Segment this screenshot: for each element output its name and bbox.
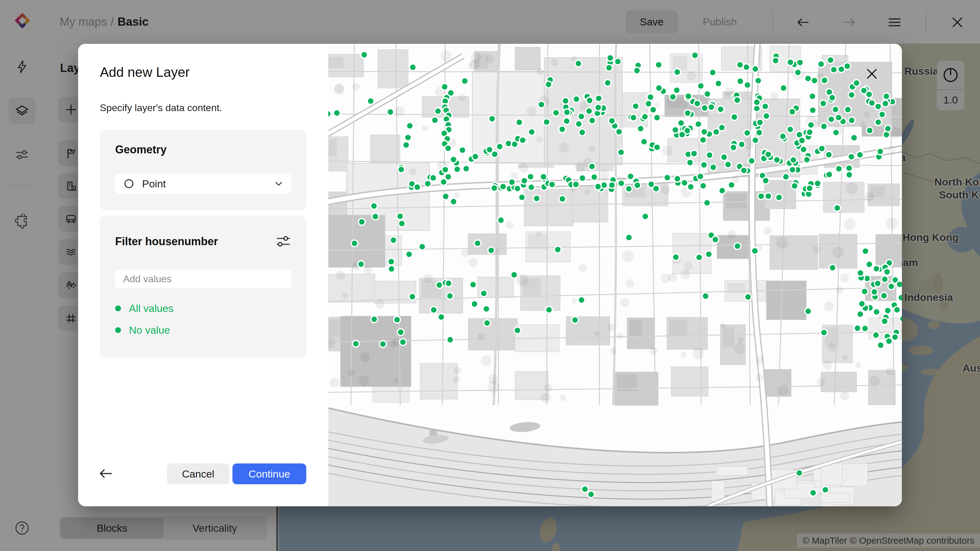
- filter-option-all-values[interactable]: All values: [115, 302, 173, 314]
- map-point: [586, 97, 593, 104]
- map-point: [780, 85, 787, 92]
- map-point: [700, 137, 706, 143]
- map-point: [656, 85, 662, 92]
- map-point: [484, 319, 490, 326]
- map-point: [394, 316, 401, 323]
- map-point: [540, 173, 547, 180]
- map-point: [821, 123, 827, 130]
- map-point: [351, 240, 358, 247]
- sidebar: [0, 44, 45, 551]
- map-point: [809, 93, 816, 100]
- map-label-australia: Australia: [963, 362, 980, 374]
- topbar-divider: [772, 11, 773, 32]
- map-point: [618, 149, 624, 156]
- layer-map-preview[interactable]: [328, 44, 902, 506]
- geometry-card: Geometry Point: [100, 130, 306, 210]
- map-point: [862, 248, 869, 254]
- filter-values-input[interactable]: [115, 270, 291, 288]
- map-point: [414, 184, 420, 191]
- map-point: [783, 173, 789, 180]
- map-point: [811, 77, 818, 84]
- maptiler-logo[interactable]: [10, 10, 34, 34]
- clock-bearing-icon: [943, 67, 959, 83]
- plus-icon: [64, 103, 78, 116]
- map-point: [776, 194, 783, 201]
- map-point: [885, 125, 891, 132]
- map-point: [898, 294, 902, 301]
- tune-icon[interactable]: [15, 148, 29, 162]
- cancel-button[interactable]: Cancel: [167, 464, 229, 484]
- undo-icon[interactable]: [796, 15, 810, 29]
- map-point: [738, 141, 745, 148]
- forest-icon: [64, 279, 78, 292]
- back-arrow-icon[interactable]: [98, 466, 114, 481]
- map-point: [627, 173, 634, 180]
- map-point: [701, 105, 708, 111]
- map-point: [787, 126, 794, 133]
- map-point: [361, 51, 368, 58]
- map-point: [404, 134, 411, 141]
- filter-tune-icon[interactable]: [275, 234, 291, 249]
- map-point: [755, 77, 762, 84]
- map-point: [857, 270, 864, 276]
- map-point: [397, 329, 404, 335]
- continue-button[interactable]: Continue: [232, 464, 306, 484]
- flag-icon: [64, 147, 78, 160]
- map-point: [835, 165, 842, 172]
- map-point: [704, 199, 711, 206]
- map-point: [398, 166, 404, 173]
- map-point: [888, 283, 895, 290]
- map-point: [634, 67, 640, 74]
- map-point: [862, 325, 869, 332]
- map-point: [882, 100, 889, 107]
- map-point: [874, 280, 881, 287]
- modal-close-icon[interactable]: [865, 67, 879, 81]
- map-point: [789, 108, 795, 115]
- map-zoom-control[interactable]: 1.0: [937, 60, 964, 111]
- map-point: [562, 97, 569, 104]
- green-dot-icon: [115, 305, 121, 311]
- panel-scrollbar[interactable]: [276, 503, 278, 551]
- map-point: [650, 106, 657, 113]
- map-point: [509, 179, 515, 186]
- map-point: [751, 248, 758, 254]
- map-point: [861, 288, 868, 295]
- publish-button[interactable]: Publish: [692, 10, 748, 33]
- map-point: [641, 138, 648, 145]
- map-point: [737, 78, 744, 84]
- tab-verticality[interactable]: Verticality: [164, 518, 266, 538]
- modal-form-panel: Add new Layer Specify layer's data conte…: [78, 44, 328, 506]
- save-button[interactable]: Save: [625, 10, 678, 33]
- map-point: [641, 113, 648, 120]
- layers-icon[interactable]: [15, 103, 29, 118]
- filter-option-no-value[interactable]: No value: [115, 324, 170, 336]
- chevron-down-icon: [275, 181, 283, 186]
- breadcrumb-parent[interactable]: My maps: [60, 15, 107, 29]
- redo-icon[interactable]: [842, 15, 856, 29]
- help-icon[interactable]: [15, 521, 29, 535]
- map-point: [687, 183, 694, 190]
- map-point: [873, 265, 880, 272]
- map-point: [838, 66, 845, 73]
- map-point: [516, 119, 523, 126]
- map-point: [780, 133, 786, 140]
- flash-icon[interactable]: [15, 59, 29, 74]
- menu-icon[interactable]: [888, 15, 902, 29]
- map-point: [576, 121, 582, 127]
- map-point: [674, 68, 681, 75]
- map-point: [687, 159, 694, 166]
- map-point: [447, 337, 453, 343]
- map-point: [799, 137, 805, 144]
- compass-reset-button[interactable]: [937, 60, 964, 90]
- map-point: [353, 340, 359, 347]
- map-point: [848, 117, 855, 124]
- puzzle-icon[interactable]: [15, 214, 29, 229]
- tab-blocks[interactable]: Blocks: [60, 518, 164, 538]
- geometry-select[interactable]: Point: [115, 173, 291, 194]
- map-point: [618, 180, 625, 187]
- map-point: [673, 254, 679, 260]
- map-point: [805, 308, 811, 315]
- close-editor-icon[interactable]: [950, 15, 964, 29]
- filter-heading: Filter housenumber: [115, 235, 218, 248]
- map-point: [472, 153, 479, 160]
